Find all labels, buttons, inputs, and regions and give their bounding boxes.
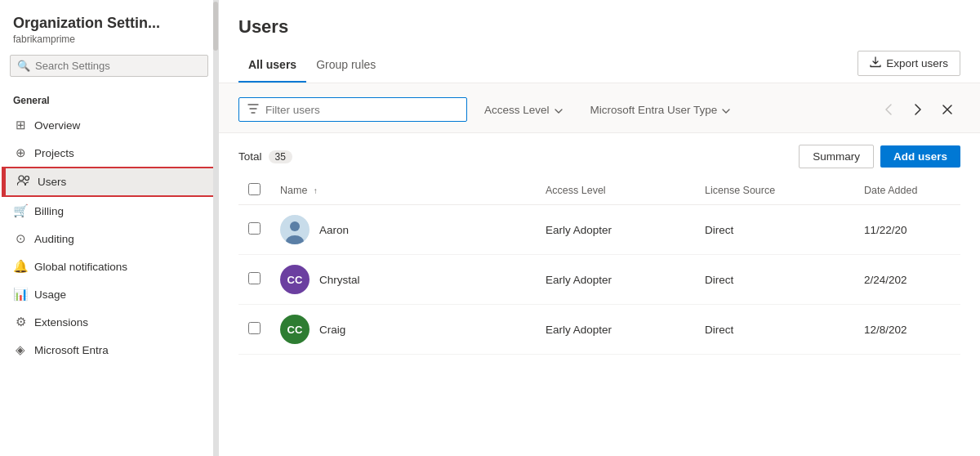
user-name: Aaron [319, 224, 349, 236]
auditing-icon: ⊙ [13, 231, 28, 246]
filter-nav-buttons [875, 96, 960, 123]
user-name-cell: Aaron [270, 205, 536, 255]
access-level-chevron-icon [555, 104, 563, 116]
access-level-label: Access Level [484, 104, 550, 116]
user-cell: CC Craig [280, 315, 526, 344]
filter-next-button[interactable] [905, 96, 931, 123]
sidebar-item-label: Global notifications [34, 261, 127, 273]
total-label: Total [238, 150, 262, 163]
access-level-dropdown[interactable]: Access Level [474, 98, 573, 122]
user-name-cell: CC Chrystal [270, 255, 536, 305]
export-icon [870, 56, 881, 70]
page-title: Users [238, 16, 960, 38]
license-source-cell: Direct [695, 305, 854, 355]
entra-user-type-label: Microsoft Entra User Type [590, 104, 718, 116]
billing-icon: 🛒 [13, 203, 28, 218]
select-all-header [238, 177, 270, 205]
extensions-icon: ⚙ [13, 315, 28, 329]
sidebar-item-microsoft-entra[interactable]: ◈ Microsoft Entra [0, 336, 218, 364]
total-badge: 35 [269, 150, 292, 163]
export-button-label: Export users [886, 57, 948, 69]
avatar: CC [280, 265, 310, 294]
tab-all-users[interactable]: All users [238, 51, 306, 83]
filter-bar: Access Level Microsoft Entra User Type [219, 83, 980, 133]
sidebar-item-auditing[interactable]: ⊙ Auditing [0, 225, 218, 253]
sidebar-item-users[interactable]: Users [3, 168, 215, 195]
search-input[interactable] [35, 60, 201, 72]
entra-user-type-chevron-icon [722, 104, 730, 116]
export-users-button[interactable]: Export users [858, 51, 960, 76]
sidebar-item-label: Extensions [34, 316, 88, 329]
users-icon [16, 175, 31, 189]
sidebar-title: Organization Settin... [0, 0, 218, 34]
sidebar-item-overview[interactable]: ⊞ Overview [0, 111, 218, 139]
usage-icon: 📊 [13, 287, 28, 302]
row-checkbox-cell [238, 255, 270, 305]
tab-group-rules[interactable]: Group rules [306, 51, 385, 83]
main-content: Users All users Group rules Export users [219, 0, 980, 456]
svg-point-0 [19, 176, 24, 181]
row-select-checkbox[interactable] [248, 322, 261, 334]
svg-point-3 [290, 221, 300, 231]
add-users-button[interactable]: Add users [880, 145, 960, 168]
row-select-checkbox[interactable] [248, 272, 261, 284]
access-level-column-header[interactable]: Access Level [536, 177, 695, 205]
search-box[interactable]: 🔍 [10, 55, 208, 77]
sidebar-item-global-notifications[interactable]: 🔔 Global notifications [0, 253, 218, 280]
filter-icon [247, 103, 259, 116]
table-row: CC Chrystal Early Adopter Direct 2/24/20… [238, 255, 960, 305]
users-table: Name ↑ Access Level License Source Date … [238, 177, 960, 355]
overview-icon: ⊞ [13, 118, 28, 132]
table-actions: Summary Add users [799, 145, 960, 168]
sort-asc-icon: ↑ [314, 186, 318, 195]
name-column-header[interactable]: Name ↑ [270, 177, 536, 205]
date-added-cell: 11/22/20 [854, 205, 960, 255]
select-all-checkbox[interactable] [248, 183, 261, 195]
entra-icon: ◈ [13, 342, 28, 357]
tabs: All users Group rules [238, 51, 385, 82]
entra-user-type-dropdown[interactable]: Microsoft Entra User Type [580, 98, 742, 122]
table-area: Total 35 Summary Add users Name ↑ [219, 133, 980, 456]
avatar [280, 215, 310, 244]
row-checkbox-cell [238, 305, 270, 355]
sidebar-item-extensions[interactable]: ⚙ Extensions [0, 308, 218, 336]
sidebar-item-label: Usage [34, 288, 66, 301]
license-source-cell: Direct [695, 205, 854, 255]
sidebar-item-label: Overview [34, 119, 80, 132]
sidebar-item-label: Microsoft Entra [34, 344, 109, 356]
notifications-icon: 🔔 [13, 259, 28, 274]
row-checkbox-cell [238, 205, 270, 255]
license-source-column-header[interactable]: License Source [695, 177, 854, 205]
row-select-checkbox[interactable] [248, 222, 261, 235]
sidebar-item-projects[interactable]: ⊕ Projects [0, 139, 218, 167]
date-added-column-header[interactable]: Date Added [854, 177, 960, 205]
user-name-cell: CC Craig [270, 305, 536, 355]
page-header: Users All users Group rules Export users [219, 0, 980, 83]
tabs-row: All users Group rules Export users [238, 51, 960, 83]
sidebar-item-usage[interactable]: 📊 Usage [0, 280, 218, 308]
sidebar-item-label: Billing [34, 205, 64, 217]
access-level-cell: Early Adopter [536, 255, 695, 305]
filter-users-input[interactable] [265, 104, 429, 116]
filter-input-wrapper[interactable] [238, 97, 467, 122]
sidebar-subtitle: fabrikamprime [0, 34, 218, 55]
filter-prev-button[interactable] [875, 96, 902, 123]
access-level-cell: Early Adopter [536, 205, 695, 255]
summary-button[interactable]: Summary [799, 145, 874, 168]
user-name: Craig [319, 324, 345, 336]
sidebar-section-general: General [0, 87, 218, 111]
access-level-cell: Early Adopter [536, 305, 695, 355]
sidebar-item-label: Projects [34, 147, 74, 159]
search-icon: 🔍 [17, 60, 30, 72]
sidebar-item-billing[interactable]: 🛒 Billing [0, 197, 218, 225]
table-row: Aaron Early Adopter Direct 11/22/20 [238, 205, 960, 255]
date-added-cell: 2/24/202 [854, 255, 960, 305]
license-source-cell: Direct [695, 255, 854, 305]
table-row: CC Craig Early Adopter Direct 12/8/202 [238, 305, 960, 355]
user-cell: Aaron [280, 215, 526, 244]
sidebar: Organization Settin... fabrikamprime 🔍 G… [0, 0, 219, 456]
projects-icon: ⊕ [13, 145, 28, 160]
filter-clear-button[interactable] [934, 96, 960, 123]
svg-point-1 [25, 177, 29, 181]
user-cell: CC Chrystal [280, 265, 526, 294]
